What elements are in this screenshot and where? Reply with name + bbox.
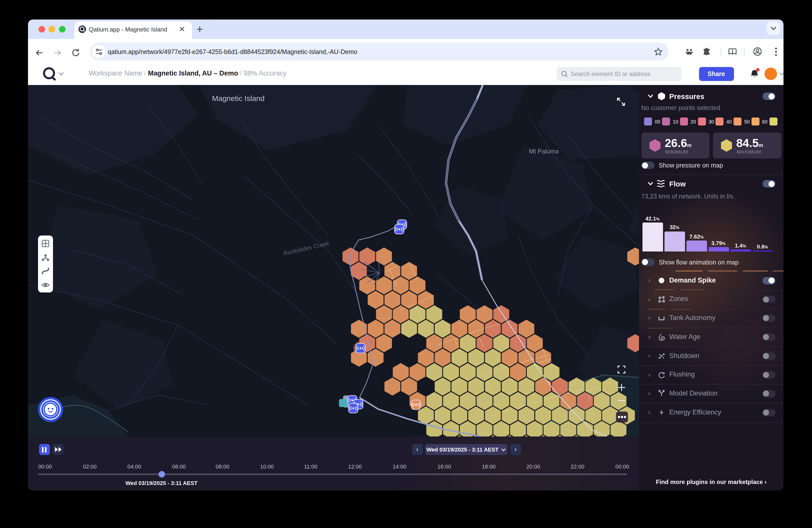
- svg-text:Magnetic Island: Magnetic Island: [212, 94, 264, 102]
- svg-text:Mt Paluma: Mt Paluma: [529, 147, 559, 155]
